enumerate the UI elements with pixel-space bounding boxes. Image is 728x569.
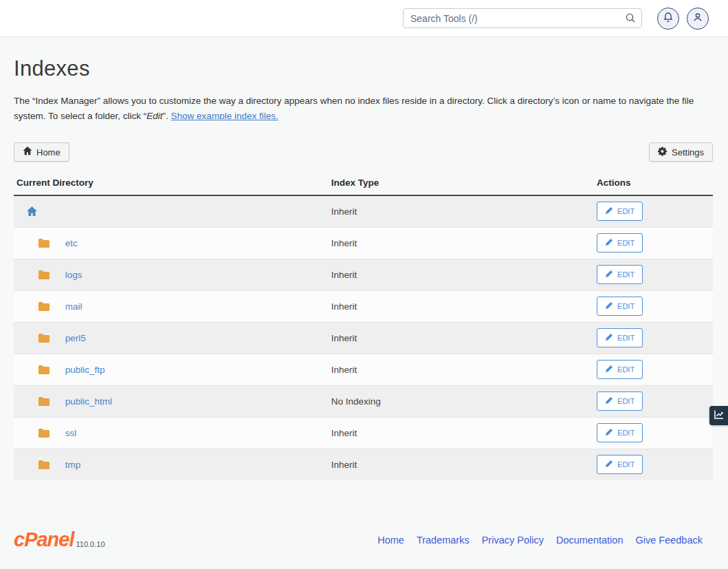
edit-button[interactable]: EDIT bbox=[597, 233, 643, 253]
pencil-icon bbox=[605, 428, 613, 438]
index-type-value: Inherit bbox=[331, 238, 357, 248]
pencil-icon bbox=[605, 396, 613, 406]
directory-link[interactable]: logs bbox=[65, 270, 82, 280]
directory-table: Current Directory Index Type Actions Inh… bbox=[14, 173, 713, 480]
pencil-icon bbox=[605, 365, 613, 374]
directory-link[interactable]: perl5 bbox=[65, 333, 86, 343]
version-label: 110.0.10 bbox=[76, 540, 105, 548]
footer-link-home[interactable]: Home bbox=[377, 535, 404, 546]
search-icon bbox=[625, 12, 636, 25]
folder-icon[interactable] bbox=[38, 301, 50, 312]
description-text: The “Index Manager” allows you to custom… bbox=[14, 96, 694, 121]
folder-icon[interactable] bbox=[38, 238, 50, 248]
chart-line-icon bbox=[714, 409, 724, 422]
index-type-value: Inherit bbox=[331, 460, 357, 470]
index-type-value: Inherit bbox=[331, 428, 357, 438]
bell-icon bbox=[663, 12, 674, 25]
pencil-icon bbox=[605, 206, 613, 216]
index-type-value: Inherit bbox=[331, 365, 357, 375]
column-header-index-type: Index Type bbox=[329, 173, 594, 195]
edit-button-label: EDIT bbox=[617, 429, 635, 437]
directory-link[interactable]: tmp bbox=[65, 460, 81, 470]
footer-link-privacy-policy[interactable]: Privacy Policy bbox=[482, 535, 544, 546]
description-edit-word: Edit bbox=[146, 111, 162, 121]
edit-button[interactable]: EDIT bbox=[597, 360, 643, 379]
edit-button[interactable]: EDIT bbox=[597, 391, 643, 411]
table-row: mail Inherit EDIT bbox=[14, 290, 713, 322]
edit-button-label: EDIT bbox=[617, 239, 635, 247]
description-text-end: ”. bbox=[163, 111, 171, 121]
directory-link[interactable]: public_html bbox=[65, 396, 112, 407]
column-header-actions: Actions bbox=[594, 173, 713, 195]
search-tools-container bbox=[403, 8, 642, 28]
index-type-value: Inherit bbox=[331, 333, 357, 343]
page-footer: cPanel 110.0.10 Home Trademarks Privacy … bbox=[0, 530, 728, 550]
edit-button[interactable]: EDIT bbox=[597, 423, 643, 442]
table-row: perl5 Inherit EDIT bbox=[14, 322, 713, 354]
home-button[interactable]: Home bbox=[14, 142, 69, 162]
edit-button-label: EDIT bbox=[617, 303, 635, 310]
index-type-value: Inherit bbox=[331, 270, 357, 280]
footer-link-trademarks[interactable]: Trademarks bbox=[417, 535, 470, 546]
notifications-button[interactable] bbox=[657, 8, 679, 30]
pencil-icon bbox=[605, 238, 613, 248]
edit-button[interactable]: EDIT bbox=[597, 455, 643, 474]
folder-icon[interactable] bbox=[38, 270, 50, 280]
home-icon[interactable] bbox=[26, 206, 38, 217]
pencil-icon bbox=[605, 460, 613, 469]
edit-button-label: EDIT bbox=[617, 334, 635, 342]
directory-table-body: Inherit EDIT et bbox=[14, 195, 713, 480]
table-row: public_ftp Inherit EDIT bbox=[14, 354, 713, 385]
edit-button[interactable]: EDIT bbox=[597, 297, 643, 316]
edit-button-label: EDIT bbox=[617, 461, 635, 469]
edit-button[interactable]: EDIT bbox=[597, 265, 643, 284]
directory-link[interactable]: mail bbox=[65, 301, 82, 312]
index-type-value: Inherit bbox=[331, 301, 357, 312]
footer-link-give-feedback[interactable]: Give Feedback bbox=[635, 535, 703, 546]
cpanel-logo-text: cPanel bbox=[14, 530, 74, 550]
top-header-bar bbox=[0, 0, 728, 37]
table-row: Inherit EDIT bbox=[14, 195, 713, 227]
footer-links: Home Trademarks Privacy Policy Documenta… bbox=[377, 535, 703, 546]
edit-button-label: EDIT bbox=[617, 398, 635, 405]
search-button[interactable] bbox=[623, 11, 638, 26]
toolbar: Home Settings bbox=[14, 142, 713, 162]
page-title: Indexes bbox=[14, 56, 713, 81]
table-row: public_html No Indexing EDIT bbox=[14, 385, 713, 417]
table-row: tmp Inherit EDIT bbox=[14, 449, 713, 480]
edit-button-label: EDIT bbox=[617, 271, 635, 279]
directory-link[interactable]: ssl bbox=[65, 428, 77, 438]
gear-icon bbox=[658, 147, 668, 158]
pencil-icon bbox=[605, 270, 613, 279]
home-button-label: Home bbox=[36, 147, 60, 158]
footer-link-documentation[interactable]: Documentation bbox=[556, 535, 624, 546]
edit-button[interactable]: EDIT bbox=[597, 328, 643, 347]
search-input[interactable] bbox=[403, 8, 642, 28]
table-row: etc Inherit EDIT bbox=[14, 227, 713, 259]
index-type-value: No Indexing bbox=[331, 396, 381, 407]
pencil-icon bbox=[605, 301, 613, 311]
edit-button[interactable]: EDIT bbox=[597, 202, 643, 221]
directory-link[interactable]: public_ftp bbox=[65, 365, 105, 375]
analytics-slideout-button[interactable] bbox=[709, 406, 728, 425]
user-account-button[interactable] bbox=[687, 8, 709, 30]
column-header-current-directory: Current Directory bbox=[14, 173, 329, 195]
folder-icon[interactable] bbox=[38, 365, 50, 375]
settings-button[interactable]: Settings bbox=[649, 142, 713, 162]
folder-icon[interactable] bbox=[38, 396, 50, 407]
main-content: Indexes The “Index Manager” allows you t… bbox=[0, 56, 728, 480]
folder-icon[interactable] bbox=[38, 333, 50, 343]
table-row: ssl Inherit EDIT bbox=[14, 417, 713, 449]
edit-button-label: EDIT bbox=[617, 208, 635, 215]
index-type-value: Inherit bbox=[331, 206, 357, 217]
page-description: The “Index Manager” allows you to custom… bbox=[14, 94, 713, 123]
show-example-index-files-link[interactable]: Show example index files. bbox=[171, 111, 278, 121]
table-row: logs Inherit EDIT bbox=[14, 259, 713, 290]
edit-button-label: EDIT bbox=[617, 366, 635, 374]
table-header-row: Current Directory Index Type Actions bbox=[14, 173, 713, 195]
folder-icon[interactable] bbox=[38, 428, 50, 438]
settings-button-label: Settings bbox=[672, 147, 704, 158]
user-icon bbox=[692, 12, 703, 25]
folder-icon[interactable] bbox=[38, 460, 50, 470]
directory-link[interactable]: etc bbox=[65, 238, 78, 248]
